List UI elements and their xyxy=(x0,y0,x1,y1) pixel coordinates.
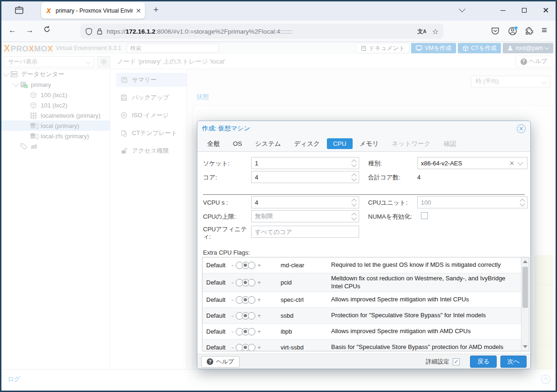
advanced-checkbox[interactable] xyxy=(453,358,460,365)
flag-description: Basis for "Speculative Store Bypass" pro… xyxy=(331,343,529,351)
account-icon[interactable] xyxy=(508,26,518,36)
flag-name: ibpb xyxy=(281,328,331,335)
total-cores-value: 4 xyxy=(417,174,420,181)
flag-description: Protection for "Speculative Store Bypass… xyxy=(331,312,529,320)
vcpus-label: VCPU s : xyxy=(203,199,250,207)
dialog-footer: ? ヘルプ 詳細設定 戻る 次へ xyxy=(197,354,530,369)
sockets-label: ソケット: xyxy=(203,160,250,167)
dialog-close-icon[interactable]: ✕ xyxy=(517,124,526,133)
flag-tristate-slider[interactable]: -+ xyxy=(231,328,281,335)
cpu-units-input[interactable] xyxy=(418,197,518,208)
next-button-dialog[interactable]: 次へ xyxy=(500,356,527,368)
tab-OS[interactable]: OS xyxy=(227,138,248,149)
flag-tristate-slider[interactable]: -+ xyxy=(231,262,281,269)
tab-確認: 確認 xyxy=(438,138,463,150)
cores-input[interactable] xyxy=(252,171,349,183)
new-tab-button[interactable]: + xyxy=(153,5,159,15)
flag-tristate-slider[interactable]: -+ xyxy=(231,312,281,320)
cpu-limit-spinner[interactable] xyxy=(251,210,359,222)
help-button-dialog[interactable]: ? ヘルプ xyxy=(201,356,239,368)
affinity-label: CPUアフィニティ: xyxy=(203,226,250,241)
dialog-title: 作成: 仮想マシン xyxy=(202,124,250,133)
affinity-input[interactable] xyxy=(252,226,359,237)
chevron-down-icon[interactable] xyxy=(517,159,523,165)
shield-icon[interactable] xyxy=(85,28,93,36)
flag-name: virt-ssbd xyxy=(281,344,331,351)
flag-description: Allows improved Spectre mitigation with … xyxy=(331,328,529,335)
dialog-header[interactable]: 作成: 仮想マシン ✕ xyxy=(197,121,530,136)
cpu-limit-label: CPUの上限: xyxy=(203,213,250,221)
clear-icon[interactable]: ✕ xyxy=(506,160,517,167)
extra-cpu-flags-title: Extra CPU Flags: xyxy=(203,249,250,256)
tab-システム[interactable]: システム xyxy=(249,138,287,150)
list-tabs-button[interactable] xyxy=(451,0,473,21)
flag-state: Default xyxy=(203,262,231,269)
window-close-button[interactable]: ✕ xyxy=(535,0,557,21)
lock-icon[interactable] xyxy=(96,28,103,35)
slider-on-icon[interactable] xyxy=(248,328,255,335)
extensions-puzzle-icon[interactable] xyxy=(525,26,535,36)
slider-on-icon[interactable] xyxy=(248,279,255,286)
numa-label: NUMAを有効化: xyxy=(368,213,420,221)
sockets-input[interactable] xyxy=(252,157,349,169)
spinner-arrows-icon[interactable] xyxy=(349,197,359,208)
translate-icon[interactable]: 文A xyxy=(417,28,426,36)
bookmark-star-icon[interactable]: ☆ xyxy=(432,27,439,36)
cpu-units-label: CPUユニット: xyxy=(368,199,420,207)
reload-button[interactable] xyxy=(43,25,51,33)
flags-scrollbar[interactable] xyxy=(521,257,529,351)
cpu-flag-row-virt-ssbd: Default-+virt-ssbdBasis for "Speculative… xyxy=(203,340,529,351)
scrollbar-thumb[interactable] xyxy=(522,267,528,308)
cpu-flag-row-ssbd: Default-+ssbdProtection for "Speculative… xyxy=(203,308,529,324)
cpu-limit-input[interactable] xyxy=(252,211,349,222)
slider-on-icon[interactable] xyxy=(248,262,255,269)
spinner-arrows-icon[interactable] xyxy=(518,197,527,208)
back-button[interactable]: ← xyxy=(8,26,16,35)
advanced-divider xyxy=(203,194,525,195)
app-menu-icon[interactable]: ≡ xyxy=(542,25,552,35)
tab-CPU[interactable]: CPU xyxy=(327,138,353,149)
forward-button[interactable]: → xyxy=(26,26,34,35)
tab-メモリ[interactable]: メモリ xyxy=(354,138,385,150)
vcpus-spinner[interactable] xyxy=(251,196,359,208)
slider-on-icon[interactable] xyxy=(248,312,255,320)
browser-tab[interactable]: X primary - Proxmox Virtual Envir ✕ xyxy=(41,2,145,19)
cpu-type-combo[interactable]: ✕ xyxy=(417,157,528,169)
flag-tristate-slider[interactable]: -+ xyxy=(231,344,281,351)
url-bar[interactable]: https://172.16.1.2:8006/#v1:0:=storage%2… xyxy=(80,24,443,39)
cpu-flag-row-spec-ctrl: Default-+spec-ctrlAllows improved Spectr… xyxy=(203,292,529,308)
window-minimize-button[interactable] xyxy=(492,0,514,21)
flag-tristate-slider[interactable]: -+ xyxy=(231,279,281,286)
spinner-arrows-icon[interactable] xyxy=(349,171,359,183)
firefox-view-icon[interactable] xyxy=(14,5,25,15)
flag-state: Default xyxy=(203,344,231,351)
tab-全般[interactable]: 全般 xyxy=(201,138,226,150)
proxmox-favicon-icon: X xyxy=(45,7,52,14)
scroll-up-icon[interactable] xyxy=(523,260,528,263)
back-button-dialog[interactable]: 戻る xyxy=(470,356,496,368)
slider-on-icon[interactable] xyxy=(248,296,255,304)
cores-spinner[interactable] xyxy=(251,171,359,183)
url-text: https://172.16.1.2:8006/#v1:0:=storage%2… xyxy=(107,28,292,35)
cpu-type-input[interactable] xyxy=(418,157,506,169)
cpu-units-spinner[interactable] xyxy=(417,196,528,208)
window-maximize-button[interactable] xyxy=(514,0,535,21)
tab-close-icon[interactable]: ✕ xyxy=(136,7,141,14)
total-cores-label: 合計コア数: xyxy=(368,174,415,181)
spinner-arrows-icon[interactable] xyxy=(349,211,359,222)
tab-ディスク[interactable]: ディスク xyxy=(288,138,326,150)
flag-name: pcid xyxy=(281,279,331,286)
slider-on-icon[interactable] xyxy=(248,344,255,351)
browser-titlebar: X primary - Proxmox Virtual Envir ✕ + ✕ xyxy=(0,0,557,21)
vcpus-input[interactable] xyxy=(252,197,349,208)
sockets-spinner[interactable] xyxy=(251,157,359,169)
pocket-icon[interactable] xyxy=(491,26,501,36)
dialog-body: ソケット: 種別: ✕ コア: 合計コア数: 4 VCPU s : xyxy=(197,152,530,354)
advanced-label: 詳細設定 xyxy=(426,358,449,366)
scroll-down-icon[interactable] xyxy=(523,345,528,348)
flag-name: ssbd xyxy=(281,312,331,319)
numa-checkbox[interactable] xyxy=(421,212,428,219)
affinity-field[interactable] xyxy=(251,226,359,238)
spinner-arrows-icon[interactable] xyxy=(349,157,359,169)
flag-tristate-slider[interactable]: -+ xyxy=(231,296,281,304)
